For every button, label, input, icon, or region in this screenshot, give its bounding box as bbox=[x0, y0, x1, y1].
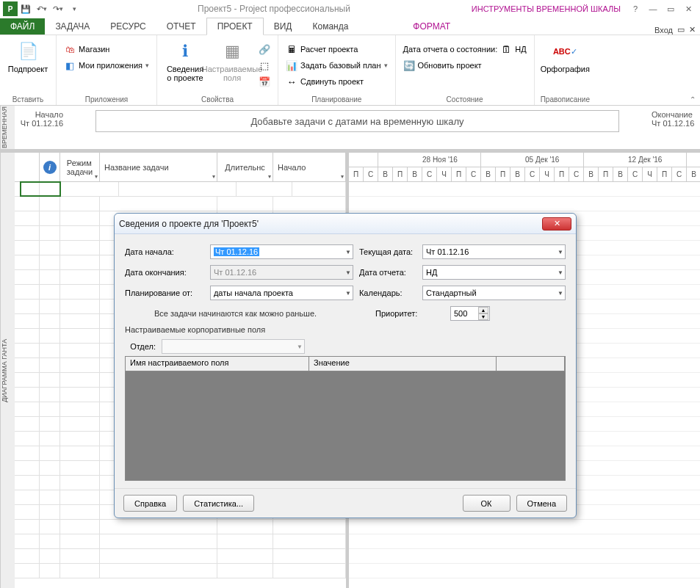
custom-fields-table[interactable]: Имя настраиваемого поля Значение bbox=[125, 356, 566, 481]
help-button[interactable]: Справка bbox=[123, 495, 177, 512]
current-date-input[interactable]: Чт 01.12.16▼ bbox=[422, 244, 566, 259]
current-date-label: Текущая дата: bbox=[359, 247, 416, 256]
finish-date-input: Чт 01.12.16▼ bbox=[210, 265, 353, 280]
corp-fields-section: Настраиваемые корпоративные поля bbox=[125, 325, 566, 334]
calendar-select[interactable]: Стандартный▼ bbox=[422, 286, 566, 300]
dialog-titlebar[interactable]: Сведения о проекте для 'Проект5' ✕ bbox=[115, 214, 576, 234]
priority-label: Приоритет: bbox=[375, 309, 444, 318]
calendar-label: Календарь: bbox=[359, 288, 416, 297]
start-date-input[interactable]: Чт 01.12.16▼ bbox=[210, 244, 353, 259]
table-col-value[interactable]: Значение bbox=[309, 357, 497, 371]
cancel-button[interactable]: Отмена bbox=[516, 495, 567, 512]
dialog-mask: Сведения о проекте для 'Проект5' ✕ Дата … bbox=[0, 0, 700, 588]
priority-input[interactable]: 500▲▼ bbox=[450, 306, 490, 321]
statistics-button[interactable]: Статистика... bbox=[183, 495, 254, 512]
dept-label: Отдел: bbox=[125, 342, 156, 351]
finish-date-label: Дата окончания: bbox=[125, 268, 204, 277]
dept-select[interactable]: ▼ bbox=[162, 339, 305, 354]
start-date-label: Дата начала: bbox=[125, 247, 204, 256]
dialog-title: Сведения о проекте для 'Проект5' bbox=[119, 219, 259, 229]
schedule-from-select[interactable]: даты начала проекта▼ bbox=[210, 286, 353, 300]
dialog-close-button[interactable]: ✕ bbox=[542, 217, 571, 231]
status-date-label: Дата отчета: bbox=[359, 268, 416, 277]
schedule-note: Все задачи начинаются как можно раньше. bbox=[125, 306, 369, 321]
table-col-name[interactable]: Имя настраиваемого поля bbox=[126, 357, 309, 371]
ok-button[interactable]: ОК bbox=[463, 495, 510, 512]
status-date-input[interactable]: НД▼ bbox=[422, 265, 566, 280]
schedule-from-label: Планирование от: bbox=[125, 288, 204, 297]
project-info-dialog: Сведения о проекте для 'Проект5' ✕ Дата … bbox=[114, 213, 577, 518]
